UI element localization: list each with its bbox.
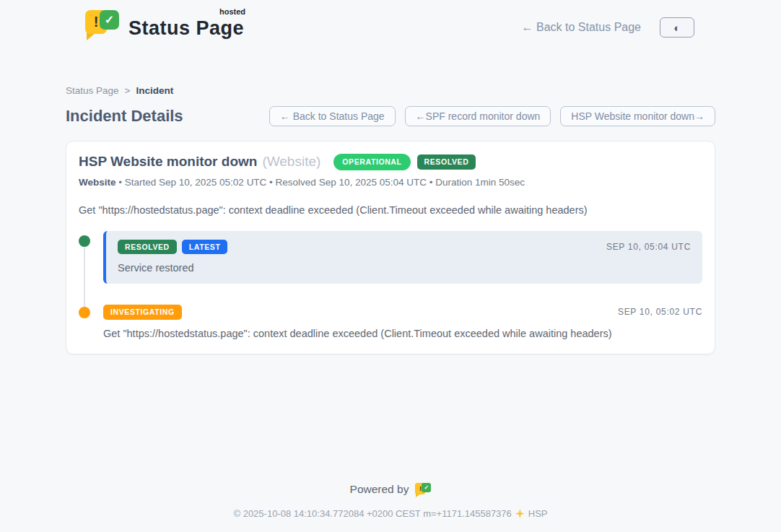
incident-meta: Website • Started Sep 10, 2025 05:02 UTC… <box>79 177 702 188</box>
half-circle-contrast-icon: ◐ <box>673 22 680 34</box>
timeline-entry-body-latest: RESOLVED LATEST SEP 10, 05:04 UTC Servic… <box>103 231 702 284</box>
copyright-line: © 2025-10-08 14:10:34.772084 +0200 CEST … <box>0 508 781 519</box>
next-incident-button[interactable]: HSP Website monitor down→ <box>560 106 715 126</box>
incident-description: Get "https://hostedstatus.page": context… <box>79 204 702 216</box>
incident-timeline: RESOLVED LATEST SEP 10, 05:04 UTC Servic… <box>79 233 702 339</box>
logo-check-icon: ✓ <box>100 10 119 30</box>
header: ! ✓ Status Page hosted ← Back to Status … <box>0 0 781 40</box>
timeline-message: Get "https://hostedstatus.page": context… <box>103 328 702 339</box>
main-content: Status Page > Incident Incident Details … <box>66 40 715 468</box>
resolved-badge: RESOLVED <box>118 240 177 255</box>
powered-by-label: Powered by <box>350 483 409 496</box>
footer: Powered by ! ✓ © 2025-10-08 14:10:34.772… <box>0 468 781 532</box>
timeline-dot-resolved <box>79 235 90 247</box>
brand-text-wrap: Status Page hosted <box>128 12 244 40</box>
back-to-status-page-button[interactable]: ← Back to Status Page <box>269 106 396 126</box>
brand-superscript: hosted <box>219 7 245 16</box>
statuspage-logo-icon: ! ✓ <box>85 10 120 40</box>
timeline-message: Service restored <box>118 262 691 274</box>
timeline-entry: RESOLVED LATEST SEP 10, 05:04 UTC Servic… <box>79 233 702 284</box>
brand-logo[interactable]: ! ✓ Status Page hosted <box>85 10 244 40</box>
copyright-text: © 2025-10-08 14:10:34.772084 +0200 CEST … <box>233 508 511 519</box>
breadcrumb-separator: > <box>125 85 131 96</box>
incident-nav-buttons: ← Back to Status Page ←SPF record monito… <box>269 106 715 126</box>
timeline-timestamp: SEP 10, 05:02 UTC <box>618 307 702 317</box>
incident-component: (Website) <box>262 154 320 170</box>
page-head: Incident Details ← Back to Status Page ←… <box>66 106 715 126</box>
prev-incident-button[interactable]: ←SPF record monitor down <box>405 106 551 126</box>
header-right: ← Back to Status Page ◐ <box>522 17 694 38</box>
resolved-status-badge: RESOLVED <box>417 154 476 170</box>
sparkles-icon <box>515 509 525 518</box>
breadcrumb-incident: Incident <box>136 85 173 96</box>
incident-meta-component: Website <box>79 177 116 188</box>
latest-badge: LATEST <box>182 240 228 255</box>
copyright-brand-suffix: HSP <box>528 508 548 519</box>
statuspage-logo-icon-small[interactable]: ! ✓ <box>415 483 431 497</box>
incident-card: HSP Website monitor down (Website) OPERA… <box>66 141 715 354</box>
theme-toggle-button[interactable]: ◐ <box>660 17 694 38</box>
brand-name: Status Page <box>128 17 244 39</box>
breadcrumb-status-page[interactable]: Status Page <box>66 85 119 96</box>
timeline-entry-head: INVESTIGATING SEP 10, 05:02 UTC <box>103 305 702 320</box>
status-page-app: ! ✓ Status Page hosted ← Back to Status … <box>0 0 781 532</box>
logo-check-icon: ✓ <box>422 483 431 492</box>
timeline-entry-body: INVESTIGATING SEP 10, 05:02 UTC Get "htt… <box>103 305 702 339</box>
incident-meta-details: • Started Sep 10, 2025 05:02 UTC • Resol… <box>116 177 525 188</box>
powered-by: Powered by ! ✓ <box>0 482 781 497</box>
incident-title-row: HSP Website monitor down (Website) OPERA… <box>79 154 702 170</box>
timeline-entry-head: RESOLVED LATEST SEP 10, 05:04 UTC <box>118 240 691 255</box>
timeline-entry: INVESTIGATING SEP 10, 05:02 UTC Get "htt… <box>79 305 702 339</box>
breadcrumb: Status Page > Incident <box>66 85 715 96</box>
operational-status-badge: OPERATIONAL <box>333 154 410 170</box>
back-to-status-page-link[interactable]: ← Back to Status Page <box>522 21 641 34</box>
timeline-timestamp: SEP 10, 05:04 UTC <box>606 242 691 252</box>
incident-title: HSP Website monitor down <box>79 154 257 170</box>
investigating-badge: INVESTIGATING <box>103 305 182 320</box>
page-title: Incident Details <box>66 107 183 126</box>
timeline-dot-investigating <box>79 307 90 318</box>
